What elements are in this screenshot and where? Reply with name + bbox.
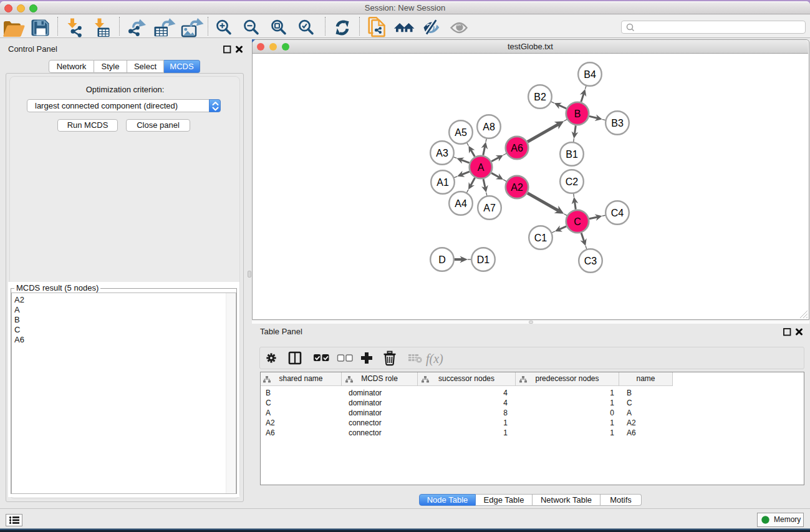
svg-text:A4: A4 [455,198,467,209]
svg-text:A8: A8 [483,122,495,132]
svg-text:A3: A3 [436,148,448,158]
svg-text:C3: C3 [584,256,597,266]
svg-text:C: C [574,216,581,227]
svg-text:A7: A7 [483,203,496,213]
svg-text:B3: B3 [611,118,624,128]
svg-text:D1: D1 [477,254,490,265]
svg-text:A: A [478,162,485,173]
svg-text:A5: A5 [455,127,467,138]
svg-text:A1: A1 [436,177,449,188]
svg-text:D: D [438,254,446,265]
svg-text:C2: C2 [566,177,579,187]
svg-text:B2: B2 [534,92,546,102]
svg-text:B1: B1 [566,149,578,160]
svg-text:C1: C1 [534,233,547,243]
svg-text:A6: A6 [511,143,523,153]
svg-text:f(x): f(x) [426,352,443,366]
svg-text:C4: C4 [611,208,624,218]
svg-text:A2: A2 [511,182,523,193]
svg-text:B: B [574,109,581,119]
svg-text:B4: B4 [584,69,596,80]
